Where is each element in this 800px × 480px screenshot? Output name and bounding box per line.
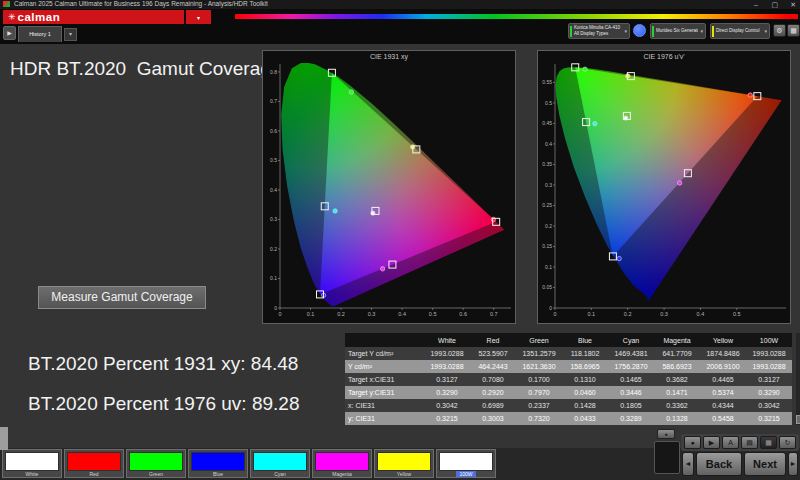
x-tick-label: 0.3 xyxy=(368,311,376,317)
table-row-label: Target y:CIE31 xyxy=(345,386,424,399)
play-icon[interactable]: ▶ xyxy=(703,436,720,449)
y-tick-label: 0.55 xyxy=(542,79,552,85)
record-icon[interactable]: ● xyxy=(684,436,701,449)
indicator-button[interactable]: ● xyxy=(657,429,675,439)
gamut-table: WhiteRedGreenBlueCyanMagentaYellow100WTa… xyxy=(345,333,795,425)
minimize-icon[interactable]: – xyxy=(754,0,758,9)
chevron-down-icon: ▾ xyxy=(624,28,627,34)
meter-status-indicator[interactable] xyxy=(633,24,646,37)
pattern-swatch-green[interactable]: Green xyxy=(126,449,186,478)
table-header-cell: Magenta xyxy=(654,333,700,347)
device-label: Murideo Six Generator xyxy=(656,28,698,34)
swatch-label: Green xyxy=(127,471,185,477)
device-status-stripe xyxy=(712,26,714,37)
calman-logo[interactable]: ✳ calman xyxy=(3,10,184,24)
table-cell: 0.3290 xyxy=(746,386,792,399)
back-arrow-button[interactable]: ◄ xyxy=(682,452,694,476)
next-arrow-button[interactable]: ► xyxy=(788,452,798,476)
pattern-swatch-white[interactable]: White xyxy=(2,449,62,478)
page-title: HDR BT.2020 Gamut Coverage xyxy=(10,58,281,80)
pattern-window-icon[interactable]: ▦ xyxy=(760,436,777,449)
table-cell: 0.6989 xyxy=(470,399,516,412)
table-cell: 0.1310 xyxy=(562,373,608,386)
main-menu-button[interactable]: ▾ xyxy=(186,10,211,24)
display-control-dropdown[interactable]: Direct Display Control▾ xyxy=(710,23,770,39)
pattern-swatch-blue[interactable]: Blue xyxy=(188,449,248,478)
measured-marker-magenta xyxy=(677,181,681,185)
table-cell: 1993.0288 xyxy=(424,360,470,373)
table-cell: 0.1465 xyxy=(608,373,654,386)
x-tick-label: 0.4 xyxy=(398,311,406,317)
table-row: y: CIE310.32150.30030.73200.04330.32890.… xyxy=(345,412,792,425)
swatch-label: 100W xyxy=(437,471,495,477)
workflow-run-icon[interactable]: ▶ xyxy=(3,26,16,40)
table-scrollbar-thumb[interactable] xyxy=(796,415,800,424)
layout-grid-icon[interactable]: ▦ xyxy=(787,24,800,37)
table-cell: 2006.9100 xyxy=(700,360,746,373)
back-button[interactable]: Back xyxy=(696,452,742,476)
x-tick-label: 0.1 xyxy=(588,311,596,317)
next-button[interactable]: Next xyxy=(744,452,786,476)
side-mini-tab[interactable] xyxy=(0,427,8,450)
chart-cie1931: 00.10.20.30.40.50.60.700.10.20.30.40.50.… xyxy=(264,63,514,321)
table-row: Target x:CIE310.31270.70800.17000.13100.… xyxy=(345,373,792,386)
chevron-down-icon: ▾ xyxy=(764,28,767,34)
y-tick-label: 0.8 xyxy=(270,69,277,75)
close-icon[interactable]: ✕ xyxy=(790,0,796,9)
table-cell: 1993.0288 xyxy=(424,347,470,360)
source-dropdown[interactable]: Murideo Six Generator▾ xyxy=(650,23,706,39)
table-cell: 0.3215 xyxy=(424,412,470,425)
pattern-swatch-yellow[interactable]: Yellow xyxy=(374,449,434,478)
y-tick-label: 0.15 xyxy=(542,243,552,249)
swatch-label: Red xyxy=(65,471,123,477)
table-cell: 0.3127 xyxy=(424,373,470,386)
table-cell: 0.3362 xyxy=(654,399,700,412)
measured-marker-red xyxy=(748,93,752,97)
x-tick-label: 0.7 xyxy=(490,311,498,317)
table-cell: 0.2337 xyxy=(516,399,562,412)
y-tick-label: 0 xyxy=(549,305,552,311)
measure-gamut-coverage-button[interactable]: Measure Gamut Coverage xyxy=(38,286,206,309)
app-icon xyxy=(3,1,10,7)
x-tick-label: 0.2 xyxy=(624,311,632,317)
table-cell: 1469.4381 xyxy=(608,347,654,360)
tab-menu-icon[interactable]: ▾ xyxy=(64,28,77,41)
aperture-icon[interactable]: A xyxy=(722,436,739,449)
table-row-label: x: CIE31 xyxy=(345,399,424,412)
table-cell: 158.6965 xyxy=(562,360,608,373)
table-scrollbar[interactable] xyxy=(796,333,800,425)
tab-history-1[interactable]: History 1 xyxy=(18,26,62,42)
y-tick-label: 0.5 xyxy=(270,157,277,163)
swatch-label: Magenta xyxy=(313,471,371,477)
x-tick-label: 0.4 xyxy=(697,311,705,317)
table-header-cell: Green xyxy=(516,333,562,347)
table-cell: 0.4465 xyxy=(700,373,746,386)
maximize-icon[interactable]: ▢ xyxy=(771,0,778,9)
table-cell: 0.0433 xyxy=(562,412,608,425)
levels-icon[interactable]: ▤ xyxy=(741,436,758,449)
table-cell: 1621.3630 xyxy=(516,360,562,373)
chart-panel-cie1931: CIE 1931 xy 00.10.20.30.40.50.60.700.10.… xyxy=(262,50,516,324)
table-cell: 0.1328 xyxy=(654,412,700,425)
x-tick-label: 0 xyxy=(278,311,281,317)
swatch-color xyxy=(129,452,183,471)
table-row-label: Target x:CIE31 xyxy=(345,373,424,386)
pattern-swatch-magenta[interactable]: Magenta xyxy=(312,449,372,478)
table-header-cell xyxy=(345,333,424,347)
table-cell: 1351.2579 xyxy=(516,347,562,360)
table-header-cell: 100W xyxy=(746,333,792,347)
pattern-swatch-100w[interactable]: 100W xyxy=(436,449,496,478)
table-cell: 0.4344 xyxy=(700,399,746,412)
refresh-icon[interactable]: ↻ xyxy=(779,436,796,449)
y-tick-label: 0.05 xyxy=(542,284,552,290)
gear-icon[interactable]: ⚙ xyxy=(773,24,786,37)
table-cell: 0.7970 xyxy=(516,386,562,399)
pattern-strip: WhiteRedGreenBlueCyanMagentaYellow100W xyxy=(0,448,800,480)
table-cell: 0.3042 xyxy=(746,399,792,412)
pattern-swatch-red[interactable]: Red xyxy=(64,449,124,478)
x-tick-label: 0.1 xyxy=(307,311,315,317)
y-tick-label: 0 xyxy=(274,305,277,311)
pattern-swatch-cyan[interactable]: Cyan xyxy=(250,449,310,478)
y-tick-label: 0.1 xyxy=(545,264,552,270)
meter-dropdown[interactable]: Konica Minolta CA-410All Display Types▾ xyxy=(568,23,630,39)
